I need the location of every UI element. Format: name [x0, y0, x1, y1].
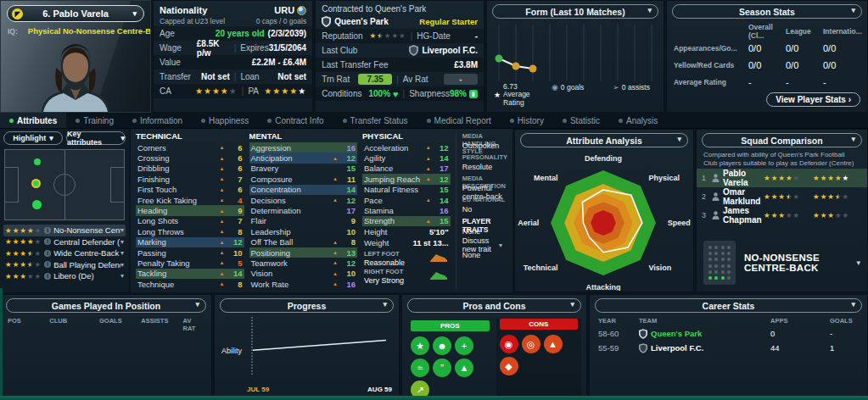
tab-training[interactable]: Training	[66, 113, 123, 128]
position-dot-selected	[31, 179, 41, 188]
tab-statistic[interactable]: Statistic	[553, 113, 609, 128]
chevron-down-icon: ▾	[570, 300, 574, 308]
info-icon: i	[44, 227, 51, 234]
info-icon: i	[44, 261, 51, 268]
season-stats-dropdown[interactable]: Season Stats ▾	[672, 4, 862, 19]
attribute-analysis-dropdown[interactable]: Attribute Analysis ▾	[520, 133, 688, 147]
attribute-change-icon: ▲	[220, 240, 229, 245]
tab-attributes[interactable]: Attributes	[0, 113, 66, 128]
divider: |	[242, 86, 244, 96]
tab-analysis[interactable]: Analysis	[609, 113, 667, 128]
squad-comparison-panel: Squad Comparison ▾ Compared with ability…	[696, 129, 868, 292]
star-icon: ★	[5, 273, 12, 281]
attribute-change-icon: ▲	[426, 197, 435, 203]
view-player-stats-button[interactable]: View Player Stats ›	[766, 92, 860, 107]
pitch-centre-circle	[53, 174, 76, 196]
squad-comparison-row[interactable]: 2Omar Marklund★★★★★★★★★★★★	[697, 187, 867, 206]
key-attributes-dropdown[interactable]: Key attributes▾	[66, 131, 126, 145]
svg-text:Defending: Defending	[585, 154, 622, 163]
club-name[interactable]: Queen's Park	[334, 17, 389, 26]
star-icon: ★	[35, 250, 42, 258]
media-section-header: MEDIA DESCRIPTION	[462, 175, 507, 184]
attribute-analysis-title: Attribute Analysis	[566, 136, 641, 146]
transfer-row: Transfer Not set | Loan Not set	[154, 69, 312, 84]
pros-header: PROS	[411, 320, 490, 331]
attribute-change-icon: ▲	[426, 219, 435, 224]
pitch-position-map[interactable]	[4, 149, 125, 220]
transfer-value: Not set	[201, 72, 230, 81]
physical-column: PHYSICAL Acceleration▲12Agility▲14Balanc…	[362, 131, 451, 290]
last-club-name[interactable]: Liverpool F.C.	[422, 46, 478, 55]
attribute-row: Marking▲12	[136, 237, 244, 247]
pros-cons-dropdown[interactable]: Pros and Cons ▾	[407, 298, 581, 313]
form-panel-dropdown[interactable]: Form (Last 10 Matches) ▾	[492, 4, 658, 19]
tab-history[interactable]: History	[501, 113, 553, 128]
media-column: MEDIA HANDLING STYLEOutspokenPERSONALITY…	[456, 131, 507, 290]
club-crest-icon	[639, 343, 647, 353]
tab-transfer-status[interactable]: Transfer Status	[333, 113, 417, 128]
star-icon: ★	[843, 193, 849, 201]
role-suitability-item[interactable]: ★★★★★iLibero (De)▾	[3, 270, 126, 282]
attribute-change-icon: ▲	[220, 208, 229, 214]
star-icon: ★	[35, 227, 42, 235]
left-foot-row: LEFT FOOT Reasonable	[362, 248, 451, 266]
career-stats-row[interactable]: 55-59Liverpool F.C.441	[598, 341, 859, 355]
club-crest-icon	[322, 16, 331, 27]
star-icon: ★	[221, 87, 228, 96]
games-column-header: GOALS	[99, 317, 141, 332]
tab-medical-report[interactable]: Medical Report	[417, 113, 501, 128]
fee-label: Last Transfer Fee	[322, 60, 388, 69]
squad-comparison-dropdown[interactable]: Squad Comparison ▾	[702, 133, 862, 147]
training-rating-label: Trn Rat	[322, 75, 350, 84]
divider: |	[403, 89, 406, 98]
left-foot-label: LEFT FOOT	[364, 250, 400, 258]
progress-x-end: AUG 59	[367, 386, 392, 393]
attribute-row: Off The Ball▲8	[249, 237, 358, 247]
discuss-new-trait-dropdown[interactable]: Discuss new trait▾	[462, 239, 507, 251]
star-icon: ★	[20, 273, 26, 281]
player-profile-screen: ◤ 6. Pablo Varela ▾ IQ: Physical No-Nons…	[0, 0, 868, 400]
tab-information[interactable]: Information	[123, 113, 192, 128]
attribute-row: Positioning▲13	[249, 247, 358, 258]
star-icon: ★	[399, 32, 406, 40]
attribute-change-icon: ▲	[220, 260, 229, 265]
attribute-change-icon: ▲	[220, 166, 229, 171]
career-stats-dropdown[interactable]: Career Stats ▾	[595, 298, 862, 313]
highlight-dropdown[interactable]: Highlight▾	[3, 131, 63, 145]
info-icon: i	[44, 238, 51, 245]
tab-dot-icon	[427, 119, 431, 123]
squad-comparison-row[interactable]: 3James Chapman★★★★★★★★★★	[697, 206, 867, 225]
right-foot-label: RIGHT FOOT	[364, 268, 403, 275]
birthdate: (2/3/2039)	[268, 29, 307, 38]
svg-text:Attacking: Attacking	[585, 283, 620, 291]
technical-column: TECHNICAL Corners▲6Crossing▲6Dribbling▲6…	[136, 131, 244, 290]
career-stats-row[interactable]: 58-60Queen's Park0-	[598, 326, 859, 341]
games-played-dropdown[interactable]: Games Played In Position ▾	[6, 298, 206, 313]
season-stats-title: Season Stats	[739, 7, 795, 17]
attribute-row: Dribbling▲6	[136, 164, 244, 174]
tab-dot-icon	[563, 119, 567, 123]
star-icon: ★	[20, 238, 26, 246]
media-value: Resolute	[462, 163, 507, 175]
role-suitability-item[interactable]: ★★★★★★iWide Centre-Back (D...▾	[3, 247, 126, 259]
player-name-dropdown[interactable]: ◤ 6. Pablo Varela ▾	[7, 5, 144, 22]
chevron-down-icon: ▾	[49, 134, 53, 142]
star-icon: ★	[13, 261, 20, 269]
person-icon	[712, 174, 720, 182]
tab-contract-info[interactable]: Contract Info	[258, 113, 333, 128]
edge-accent	[0, 288, 3, 400]
fee-value: £3.8M	[454, 60, 478, 69]
star-icon: ★	[35, 261, 42, 269]
svg-text:Mental: Mental	[534, 174, 558, 182]
squad-comparison-row[interactable]: 1Pablo Varela★★★★★★★★★★	[697, 169, 867, 187]
career-stats-panel: Career Stats ▾ YEARTEAMAPPSGOALS58-60Que…	[589, 294, 868, 397]
progress-dropdown[interactable]: Progress ▾	[220, 298, 394, 313]
nation-code: URU	[274, 5, 294, 15]
role-suitability-item[interactable]: ★★★★★iCentral Defender (St)▾	[3, 236, 126, 248]
chevron-down-icon[interactable]: ▾	[856, 258, 860, 267]
role-suitability-item[interactable]: ★★★★★★iBall Playing Defende...▾	[3, 259, 126, 271]
role-suitability-item[interactable]: ★★★★★iNo-Nonsense Centre...▾	[3, 225, 126, 236]
games-played-title: Games Played In Position	[52, 301, 160, 311]
flask-icon: ◆	[500, 357, 518, 375]
tab-happiness[interactable]: Happiness	[192, 113, 258, 128]
